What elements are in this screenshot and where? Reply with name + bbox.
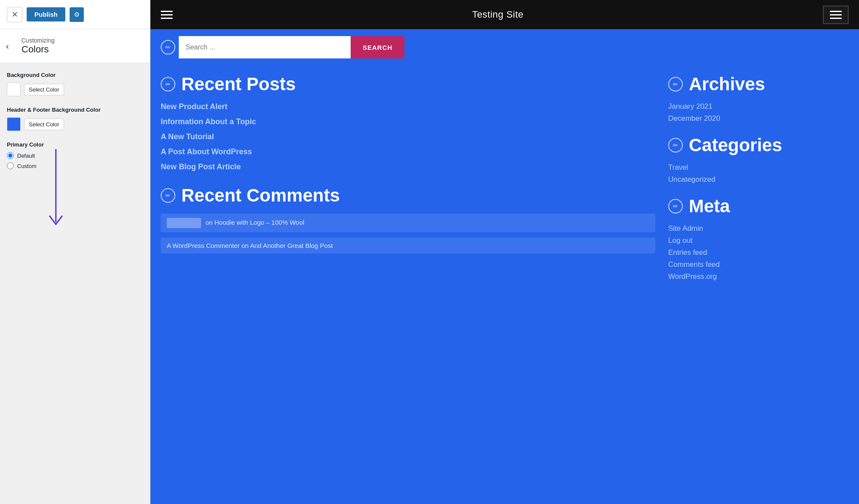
bg-color-label: Background Color <box>7 72 143 78</box>
close-icon: ✕ <box>12 10 18 19</box>
hamburger-button[interactable] <box>161 11 173 19</box>
publish-label: Publish <box>34 11 58 18</box>
primary-color-label: Primary Color <box>7 141 143 148</box>
categories-heading: Categories <box>689 135 782 156</box>
radio-custom-label: Custom <box>17 163 37 169</box>
back-button[interactable]: ‹ <box>6 41 9 51</box>
comment-text-2: A WordPress Commenter on And Another Gre… <box>167 242 333 249</box>
hamburger-line-2 <box>161 14 173 15</box>
bg-color-swatch[interactable] <box>7 82 21 96</box>
archives-heading: Archives <box>689 74 765 95</box>
archive-item-2[interactable]: December 2020 <box>668 114 849 123</box>
comment-avatar-1 <box>167 218 201 228</box>
hamburger-line-3 <box>161 18 173 19</box>
preview-main: ✏ Recent Posts New Product Alert Informa… <box>150 65 859 504</box>
post-link-1[interactable]: New Product Alert <box>161 102 655 111</box>
recent-posts-heading: Recent Posts <box>181 74 296 95</box>
post-link-4[interactable]: A Post About WordPress <box>161 147 655 156</box>
right-menu-button[interactable] <box>823 6 849 24</box>
search-edit-icon[interactable]: ✏ <box>161 40 175 55</box>
archives-heading-row: ✏ Archives <box>668 74 849 95</box>
meta-edit-icon[interactable]: ✏ <box>668 199 683 214</box>
hamburger-line-1 <box>161 11 173 12</box>
primary-color-section: Primary Color Default Custom <box>7 141 143 169</box>
recent-comments-section: ✏ Recent Comments on Hoodie with Logo – … <box>161 185 655 254</box>
categories-heading-row: ✏ Categories <box>668 135 849 156</box>
bg-select-color-button[interactable]: Select Color <box>24 84 64 95</box>
bg-color-picker-row: Select Color <box>7 82 143 96</box>
hf-select-color-button[interactable]: Select Color <box>24 119 64 130</box>
categories-edit-icon[interactable]: ✏ <box>668 138 683 153</box>
search-button[interactable]: SEARCH <box>351 36 404 58</box>
hf-color-swatch[interactable] <box>7 117 21 131</box>
site-topbar: Testing Site <box>150 0 859 29</box>
category-item-2[interactable]: Uncategorized <box>668 175 849 184</box>
background-color-section: Background Color Select Color <box>7 72 143 96</box>
menu-line-2 <box>830 14 842 15</box>
gear-button[interactable]: ⚙ <box>70 7 84 22</box>
post-link-3[interactable]: A New Tutorial <box>161 132 655 141</box>
comment-entry-2: A WordPress Commenter on And Another Gre… <box>161 238 655 254</box>
recent-comments-heading-row: ✏ Recent Comments <box>161 185 655 206</box>
radio-custom-input[interactable] <box>7 162 14 169</box>
customizer-header: ‹ Customizing Colors <box>0 29 150 63</box>
section-parent: Customizing <box>21 37 143 44</box>
preview-left-column: ✏ Recent Posts New Product Alert Informa… <box>161 74 668 495</box>
meta-heading: Meta <box>689 196 730 217</box>
category-item-1[interactable]: Travel <box>668 163 849 172</box>
search-bar-area: ✏ SEARCH <box>150 29 859 65</box>
pencil-icon: ✏ <box>165 44 171 51</box>
recent-posts-edit-icon[interactable]: ✏ <box>161 77 175 92</box>
recent-posts-section: ✏ Recent Posts New Product Alert Informa… <box>161 74 655 171</box>
menu-line-1 <box>830 11 842 12</box>
post-link-5[interactable]: New Blog Post Article <box>161 162 655 171</box>
meta-item-4[interactable]: Comments feed <box>668 260 849 269</box>
meta-item-3[interactable]: Entries feed <box>668 248 849 257</box>
recent-posts-heading-row: ✏ Recent Posts <box>161 74 655 95</box>
customizer-content: Background Color Select Color Header & F… <box>0 63 150 504</box>
radio-custom-option[interactable]: Custom <box>7 162 143 169</box>
customizer-panel: ✕ Publish ⚙ ‹ Customizing Colors Backgro… <box>0 0 150 504</box>
radio-default-input[interactable] <box>7 152 14 159</box>
hf-color-label: Header & Footer Background Color <box>7 107 143 113</box>
gear-icon: ⚙ <box>74 11 79 18</box>
archive-item-1[interactable]: January 2021 <box>668 102 849 111</box>
publish-button[interactable]: Publish <box>27 7 65 21</box>
archives-edit-icon[interactable]: ✏ <box>668 77 683 92</box>
meta-section: ✏ Meta Site Admin Log out Entries feed C… <box>668 196 849 281</box>
radio-default-label: Default <box>17 153 35 159</box>
search-input[interactable] <box>179 36 351 58</box>
meta-item-2[interactable]: Log out <box>668 236 849 245</box>
hf-color-section: Header & Footer Background Color Select … <box>7 107 143 131</box>
meta-item-5[interactable]: WordPress.org <box>668 272 849 281</box>
meta-heading-row: ✏ Meta <box>668 196 849 217</box>
archives-section: ✏ Archives January 2021 December 2020 <box>668 74 849 123</box>
preview-right-column: ✏ Archives January 2021 December 2020 ✏ … <box>668 74 849 495</box>
preview-panel: Testing Site ✏ SEARCH ✏ Recent Posts New… <box>150 0 859 504</box>
recent-comments-heading: Recent Comments <box>181 185 340 206</box>
comment-text-1: on Hoodie with Logo – 100% Wool <box>205 219 304 226</box>
back-icon: ‹ <box>6 41 9 51</box>
close-button[interactable]: ✕ <box>7 7 22 22</box>
customizer-toolbar: ✕ Publish ⚙ <box>0 0 150 29</box>
categories-section: ✏ Categories Travel Uncategorized <box>668 135 849 184</box>
menu-line-3 <box>830 18 842 19</box>
section-title: Colors <box>21 44 143 55</box>
radio-default-option[interactable]: Default <box>7 152 143 159</box>
hf-color-picker-row: Select Color <box>7 117 143 131</box>
comment-entry-1: on Hoodie with Logo – 100% Wool <box>161 214 655 232</box>
post-link-2[interactable]: Information About a Topic <box>161 117 655 126</box>
site-title: Testing Site <box>472 9 524 20</box>
recent-comments-edit-icon[interactable]: ✏ <box>161 188 175 203</box>
meta-item-1[interactable]: Site Admin <box>668 224 849 233</box>
